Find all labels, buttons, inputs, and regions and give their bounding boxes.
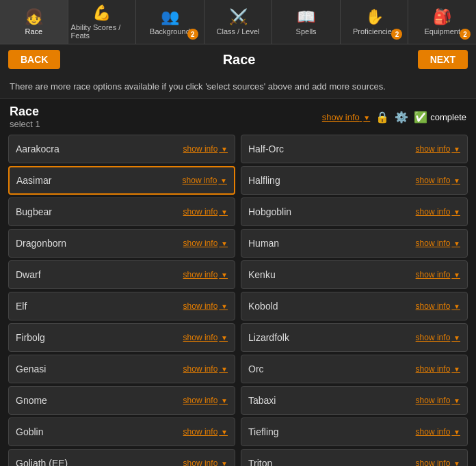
race-show-info[interactable]: show info ▼ [416,396,460,405]
race-name: Hobgoblin [248,206,291,217]
race-show-info[interactable]: show info ▼ [183,144,228,154]
race-icon: 👧 [25,8,43,26]
race-show-info-link[interactable]: show info ▼ [322,112,370,122]
race-show-info[interactable]: show info ▼ [183,238,228,248]
race-item-right-1[interactable]: Halfling show info ▼ [241,166,468,195]
page-title: Race [223,52,256,68]
race-section-header: Race select 1 show info ▼ 🔒 ⚙️ ✅ complet… [0,99,476,131]
next-button[interactable]: NEXT [418,50,468,69]
race-show-info[interactable]: show info ▼ [416,176,460,185]
race-show-info[interactable]: show info ▼ [416,301,460,311]
class-icon: ⚔️ [229,8,248,26]
race-show-info[interactable]: show info ▼ [416,427,460,437]
race-item-right-7[interactable]: Orc show info ▼ [241,355,468,383]
race-item-left-9[interactable]: Goblin show info ▼ [8,417,235,446]
dropdown-arrow: ▼ [219,146,228,153]
race-name: Dwarf [16,269,41,280]
race-item-left-1[interactable]: Aasimar show info ▼ [8,166,235,195]
race-item-left-4[interactable]: Dwarf show info ▼ [8,260,235,289]
dropdown-arrow: ▼ [219,428,228,436]
race-name: Tabaxi [248,395,276,406]
race-show-info[interactable]: show info ▼ [183,364,228,374]
nav-item-proficiencies[interactable]: ✋ Proficiencies 2 [341,0,409,44]
race-show-info[interactable]: show info ▼ [183,396,228,405]
race-name: Bugbear [16,206,52,217]
race-show-info[interactable]: show info ▼ [183,301,228,311]
nav-label-background: Background [150,27,190,36]
equipment-icon: 🎒 [433,8,451,26]
race-name: Human [248,238,279,249]
race-show-info[interactable]: show info ▼ [416,270,460,279]
nav-label-spells: Spells [296,27,317,36]
complete-check-icon: ✅ [414,111,427,124]
race-show-info[interactable]: show info ▼ [416,458,460,466]
race-show-info[interactable]: show info ▼ [416,333,460,342]
race-select-label: select 1 [10,119,40,129]
nav-label-proficiencies: Proficiencies [353,27,395,36]
race-col-left: Aarakocra show info ▼ Aasimar show info … [5,135,238,466]
nav-item-equipment[interactable]: 🎒 Equipment 2 [408,0,476,44]
dropdown-arrow: ▼ [451,271,460,279]
nav-label-race: Race [25,27,42,36]
race-name: Halfling [248,175,280,186]
lock-icon[interactable]: 🔒 [375,111,389,124]
race-name: Aarakocra [16,143,60,154]
race-show-info[interactable]: show info ▼ [416,238,460,248]
dropdown-arrow: ▼ [451,428,460,436]
race-name: Tiefling [248,426,279,437]
race-item-left-7[interactable]: Genasi show info ▼ [8,355,235,383]
top-nav: 👧 Race 💪 Ability Scores / Feats 👥 Backgr… [0,0,476,44]
race-item-left-10[interactable]: Goliath (EE) show info ▼ [8,449,235,466]
dropdown-arrow: ▼ [219,397,228,405]
nav-item-spells[interactable]: 📖 Spells [272,0,341,44]
header-row: BACK Race NEXT [0,44,476,74]
race-item-right-4[interactable]: Kenku show info ▼ [241,260,468,289]
race-item-right-10[interactable]: Triton show info ▼ [241,449,468,466]
race-item-right-0[interactable]: Half-Orc show info ▼ [241,135,468,163]
race-show-info[interactable]: show info ▼ [416,207,460,217]
race-show-info[interactable]: show info ▼ [416,364,460,374]
dropdown-arrow: ▼ [219,366,228,373]
race-name: Orc [248,364,264,374]
race-show-info[interactable]: show info ▼ [183,176,227,185]
complete-badge: ✅ complete [414,111,466,124]
proficiencies-badge: 2 [391,29,402,40]
race-item-right-9[interactable]: Tiefling show info ▼ [241,417,468,446]
settings-icon[interactable]: ⚙️ [395,111,408,124]
race-item-right-6[interactable]: Lizardfolk show info ▼ [241,323,468,352]
race-item-left-5[interactable]: Elf show info ▼ [8,292,235,320]
race-show-info[interactable]: show info ▼ [183,333,228,342]
nav-item-race[interactable]: 👧 Race [0,0,68,44]
race-col-right: Half-Orc show info ▼ Halfling show info … [238,135,471,466]
race-item-left-2[interactable]: Bugbear show info ▼ [8,197,235,226]
race-item-right-2[interactable]: Hobgoblin show info ▼ [241,197,468,226]
info-banner: There are more race options available if… [0,74,476,99]
race-name: Genasi [16,364,46,374]
nav-item-ability[interactable]: 💪 Ability Scores / Feats [68,0,137,44]
dropdown-arrow: ▼ [218,177,227,184]
race-show-info[interactable]: show info ▼ [183,427,228,437]
race-item-left-8[interactable]: Gnome show info ▼ [8,386,235,415]
race-item-left-0[interactable]: Aarakocra show info ▼ [8,135,235,163]
nav-item-class[interactable]: ⚔️ Class / Level [204,0,273,44]
race-show-info[interactable]: show info ▼ [416,144,460,154]
background-icon: 👥 [161,8,179,26]
race-item-left-3[interactable]: Dragonborn show info ▼ [8,229,235,258]
dropdown-arrow: ▼ [451,146,460,153]
race-show-info[interactable]: show info ▼ [183,458,228,466]
race-item-right-5[interactable]: Kobold show info ▼ [241,292,468,320]
race-show-info[interactable]: show info ▼ [183,270,228,279]
race-show-info[interactable]: show info ▼ [183,207,228,217]
dropdown-arrow: ▼ [451,397,460,405]
race-name: Triton [248,458,272,466]
race-item-right-8[interactable]: Tabaxi show info ▼ [241,386,468,415]
nav-item-background[interactable]: 👥 Background 2 [136,0,204,44]
proficiencies-icon: ✋ [365,8,384,26]
race-item-right-3[interactable]: Human show info ▼ [241,229,468,258]
dropdown-arrow: ▼ [219,303,228,310]
dropdown-arrow: ▼ [451,366,460,373]
dropdown-arrow: ▼ [451,177,460,184]
back-button[interactable]: BACK [8,50,60,69]
equipment-badge: 2 [460,29,471,40]
race-item-left-6[interactable]: Firbolg show info ▼ [8,323,235,352]
